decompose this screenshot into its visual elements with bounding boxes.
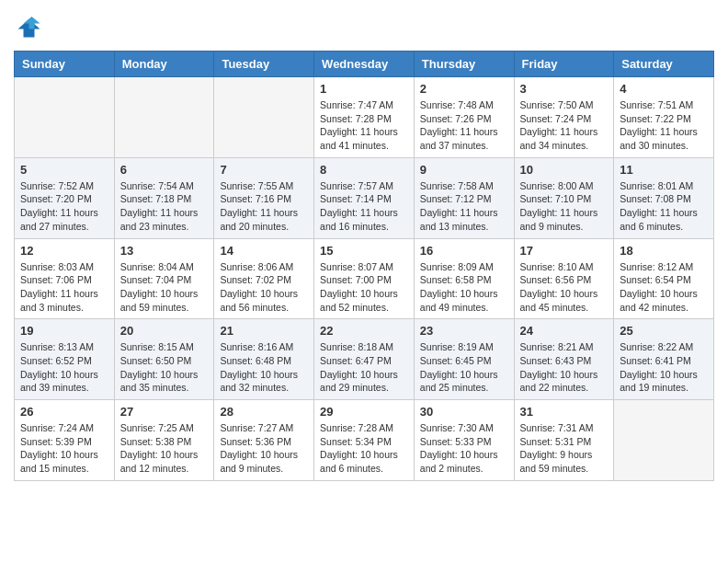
sunrise: Sunrise: 8:18 AM [320,341,393,352]
day-info: Sunrise: 7:28 AM Sunset: 5:34 PM Dayligh… [320,421,408,476]
day-number: 15 [320,244,408,258]
sunrise: Sunrise: 8:07 AM [320,261,393,272]
calendar-day-cell: 14 Sunrise: 8:06 AM Sunset: 7:02 PM Dayl… [214,238,314,319]
calendar-day-cell: 13 Sunrise: 8:04 AM Sunset: 7:04 PM Dayl… [114,238,214,319]
sunset: Sunset: 6:48 PM [220,355,291,366]
day-info: Sunrise: 7:47 AM Sunset: 7:28 PM Dayligh… [320,98,408,153]
day-info: Sunrise: 8:10 AM Sunset: 6:56 PM Dayligh… [520,260,609,315]
daylight: Daylight: 10 hours and 15 minutes. [20,449,98,474]
daylight: Daylight: 11 hours and 9 minutes. [520,207,598,232]
day-info: Sunrise: 8:03 AM Sunset: 7:06 PM Dayligh… [20,260,108,315]
day-number: 12 [20,244,108,258]
sunset: Sunset: 7:02 PM [220,274,291,285]
day-info: Sunrise: 8:06 AM Sunset: 7:02 PM Dayligh… [220,260,308,315]
sunrise: Sunrise: 7:27 AM [220,422,293,433]
sunset: Sunset: 7:16 PM [220,193,291,204]
sunrise: Sunrise: 7:24 AM [20,422,94,433]
sunrise: Sunrise: 7:48 AM [420,99,494,110]
calendar-week-row: 26 Sunrise: 7:24 AM Sunset: 5:39 PM Dayl… [15,400,714,481]
sunrise: Sunrise: 8:12 AM [620,261,693,272]
daylight: Daylight: 11 hours and 34 minutes. [520,126,598,151]
logo [14,14,45,41]
day-info: Sunrise: 7:54 AM Sunset: 7:18 PM Dayligh… [120,179,209,234]
sunset: Sunset: 6:41 PM [620,355,691,366]
sunrise: Sunrise: 7:58 AM [420,180,494,191]
day-info: Sunrise: 7:30 AM Sunset: 5:33 PM Dayligh… [420,421,508,476]
sunset: Sunset: 7:10 PM [520,193,592,204]
calendar-day-cell: 30 Sunrise: 7:30 AM Sunset: 5:33 PM Dayl… [414,400,514,481]
daylight: Daylight: 10 hours and 39 minutes. [20,369,98,394]
day-number: 4 [620,82,708,96]
sunset: Sunset: 7:26 PM [420,113,492,124]
day-info: Sunrise: 7:48 AM Sunset: 7:26 PM Dayligh… [420,98,508,153]
calendar-day-cell [15,77,115,158]
day-info: Sunrise: 8:13 AM Sunset: 6:52 PM Dayligh… [20,340,108,395]
calendar-day-cell: 4 Sunrise: 7:51 AM Sunset: 7:22 PM Dayli… [614,77,714,158]
day-number: 22 [320,324,408,338]
calendar-day-cell: 31 Sunrise: 7:31 AM Sunset: 5:31 PM Dayl… [514,400,614,481]
sunset: Sunset: 7:22 PM [620,113,691,124]
calendar-day-cell: 17 Sunrise: 8:10 AM Sunset: 6:56 PM Dayl… [514,238,614,319]
sunset: Sunset: 7:06 PM [20,274,92,285]
sunset: Sunset: 7:14 PM [320,193,392,204]
calendar-day-cell [614,400,714,481]
calendar-day-cell: 10 Sunrise: 8:00 AM Sunset: 7:10 PM Dayl… [514,157,614,238]
day-number: 3 [520,82,609,96]
day-info: Sunrise: 7:27 AM Sunset: 5:36 PM Dayligh… [220,421,308,476]
day-number: 26 [20,405,108,419]
daylight: Daylight: 10 hours and 6 minutes. [320,449,398,474]
sunrise: Sunrise: 7:57 AM [320,180,393,191]
sunrise: Sunrise: 7:30 AM [420,422,494,433]
day-number: 25 [620,324,708,338]
daylight: Daylight: 11 hours and 30 minutes. [620,126,698,151]
sunrise: Sunrise: 7:51 AM [620,99,693,110]
sunrise: Sunrise: 8:22 AM [620,341,693,352]
calendar-day-cell: 16 Sunrise: 8:09 AM Sunset: 6:58 PM Dayl… [414,238,514,319]
daylight: Daylight: 10 hours and 29 minutes. [320,369,398,394]
calendar-day-cell: 18 Sunrise: 8:12 AM Sunset: 6:54 PM Dayl… [614,238,714,319]
calendar-day-cell: 8 Sunrise: 7:57 AM Sunset: 7:14 PM Dayli… [314,157,415,238]
day-info: Sunrise: 8:15 AM Sunset: 6:50 PM Dayligh… [120,340,209,395]
daylight: Daylight: 10 hours and 19 minutes. [620,369,698,394]
calendar-day-cell: 19 Sunrise: 8:13 AM Sunset: 6:52 PM Dayl… [15,319,115,400]
calendar-day-cell: 24 Sunrise: 8:21 AM Sunset: 6:43 PM Dayl… [514,319,614,400]
sunset: Sunset: 6:52 PM [20,355,92,366]
sunset: Sunset: 5:31 PM [520,436,592,447]
calendar-day-cell: 1 Sunrise: 7:47 AM Sunset: 7:28 PM Dayli… [314,77,415,158]
weekday-header-row: SundayMondayTuesdayWednesdayThursdayFrid… [15,52,714,77]
daylight: Daylight: 10 hours and 35 minutes. [120,369,199,394]
daylight: Daylight: 10 hours and 22 minutes. [520,369,598,394]
sunset: Sunset: 5:33 PM [420,436,492,447]
sunset: Sunset: 7:18 PM [120,193,192,204]
day-number: 14 [220,244,308,258]
day-info: Sunrise: 7:50 AM Sunset: 7:24 PM Dayligh… [520,98,609,153]
daylight: Daylight: 10 hours and 52 minutes. [320,288,398,313]
day-number: 5 [20,163,108,177]
day-number: 24 [520,324,609,338]
daylight: Daylight: 11 hours and 16 minutes. [320,207,398,232]
day-number: 21 [220,324,308,338]
sunset: Sunset: 5:39 PM [20,436,92,447]
daylight: Daylight: 10 hours and 45 minutes. [520,288,598,313]
day-info: Sunrise: 8:00 AM Sunset: 7:10 PM Dayligh… [520,179,609,234]
calendar-day-cell: 15 Sunrise: 8:07 AM Sunset: 7:00 PM Dayl… [314,238,415,319]
sunrise: Sunrise: 8:04 AM [120,261,194,272]
sunset: Sunset: 7:24 PM [520,113,592,124]
daylight: Daylight: 10 hours and 42 minutes. [620,288,698,313]
day-info: Sunrise: 8:21 AM Sunset: 6:43 PM Dayligh… [520,340,609,395]
calendar-day-cell: 12 Sunrise: 8:03 AM Sunset: 7:06 PM Dayl… [15,238,115,319]
day-info: Sunrise: 7:31 AM Sunset: 5:31 PM Dayligh… [520,421,609,476]
page-header [14,14,714,41]
day-info: Sunrise: 7:52 AM Sunset: 7:20 PM Dayligh… [20,179,108,234]
sunset: Sunset: 6:45 PM [420,355,492,366]
sunset: Sunset: 5:38 PM [120,436,192,447]
calendar-day-cell: 7 Sunrise: 7:55 AM Sunset: 7:16 PM Dayli… [214,157,314,238]
day-info: Sunrise: 7:51 AM Sunset: 7:22 PM Dayligh… [620,98,708,153]
day-number: 7 [220,163,308,177]
calendar-day-cell [214,77,314,158]
sunset: Sunset: 6:50 PM [120,355,192,366]
day-number: 8 [320,163,408,177]
sunset: Sunset: 7:00 PM [320,274,392,285]
calendar-day-cell: 21 Sunrise: 8:16 AM Sunset: 6:48 PM Dayl… [214,319,314,400]
daylight: Daylight: 11 hours and 6 minutes. [620,207,698,232]
